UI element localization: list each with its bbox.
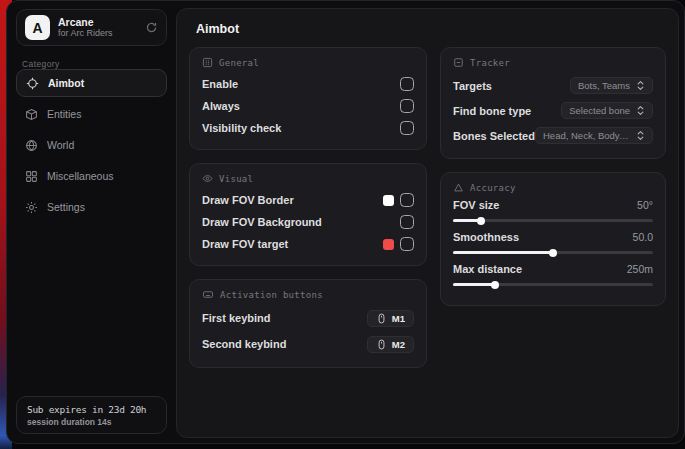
slider-thumb[interactable]: [491, 281, 499, 289]
triangle-icon: [453, 182, 464, 193]
max-distance-slider[interactable]: [453, 283, 653, 286]
crosshair-icon: [26, 77, 39, 90]
tracker-row-bone-type: Find bone type Selected bone: [453, 98, 653, 123]
globe-icon: [25, 139, 38, 152]
fov-border-color-swatch[interactable]: [383, 195, 394, 206]
targets-dropdown[interactable]: Bots, Teams: [570, 77, 653, 94]
app-identity: Arcane for Arc Riders: [58, 16, 137, 38]
keybind-row-first: First keybind M1: [202, 305, 414, 331]
sidebar-item-label: Aimbot: [48, 77, 84, 89]
option-label: Always: [202, 100, 240, 112]
caret-sort-icon: [636, 105, 645, 116]
visibility-check-checkbox[interactable]: [400, 121, 414, 135]
tracker-card-header: Tracker: [453, 57, 653, 68]
caret-sort-icon: [636, 130, 645, 141]
subscription-card: Sub expires in 23d 20h session duration …: [16, 396, 167, 434]
card-title: Visual: [219, 174, 253, 184]
fov-border-checkbox[interactable]: [400, 193, 414, 207]
slider-value: 250m: [627, 263, 653, 275]
dropdown-value: Selected bone: [569, 105, 630, 116]
gear-icon: [25, 201, 38, 214]
slider-label: Smoothness: [453, 231, 519, 243]
keyboard-icon: [202, 289, 214, 300]
sidebar-item-label: World: [47, 139, 74, 151]
main-panel: Aimbot General: [176, 8, 679, 438]
sidebar-item-label: Settings: [47, 201, 85, 213]
dropdown-value: Head, Neck, Body, Fe...: [543, 130, 630, 141]
right-column: Tracker Targets Bots, Teams: [440, 47, 666, 306]
slider-group-max-distance: Max distance 250m: [453, 263, 653, 286]
content-columns: General Enable Always Visibility check: [177, 47, 678, 368]
card-title: Tracker: [470, 58, 510, 68]
grid-icon: [25, 170, 38, 183]
tracker-row-targets: Targets Bots, Teams: [453, 73, 653, 98]
option-row-visibility-check: Visibility check: [202, 117, 414, 139]
sidebar-item-miscellaneous[interactable]: Miscellaneous: [16, 162, 167, 190]
sidebar-item-entities[interactable]: Entities: [16, 100, 167, 128]
accuracy-card: Accuracy FOV size 50°: [440, 172, 666, 306]
slider-fill: [453, 219, 481, 222]
app-subtitle: for Arc Riders: [58, 28, 137, 38]
tracker-row-bones-selected: Bones Selected Head, Neck, Body, Fe...: [453, 123, 653, 148]
first-keybind-button[interactable]: M1: [367, 310, 414, 327]
general-card-header: General: [202, 57, 414, 68]
sidebar-item-settings[interactable]: Settings: [16, 193, 167, 221]
sidebar: A Arcane for Arc Riders Category: [7, 1, 176, 443]
app-window: A Arcane for Arc Riders Category: [6, 0, 685, 444]
keybind-label: First keybind: [202, 312, 270, 324]
activation-card: Activation buttons First keybind M1: [189, 279, 427, 368]
mouse-icon: [376, 339, 387, 350]
sidebar-item-aimbot[interactable]: Aimbot: [16, 69, 167, 97]
fov-target-color-swatch[interactable]: [383, 239, 394, 250]
option-row-fov-border: Draw FOV Border: [202, 189, 414, 211]
slider-fill: [453, 283, 495, 286]
slider-thumb[interactable]: [477, 217, 485, 225]
card-title: Accuracy: [470, 183, 516, 193]
dropdown-value: Bots, Teams: [578, 80, 630, 91]
visual-card: Visual Draw FOV Border Draw FOV Backgrou…: [189, 163, 427, 266]
sidebar-nav: Aimbot Entities Wo: [16, 69, 167, 221]
app-logo: A: [25, 15, 50, 40]
option-row-fov-target: Draw FOV target: [202, 233, 414, 255]
bones-selected-dropdown[interactable]: Head, Neck, Body, Fe...: [535, 127, 653, 144]
caret-sort-icon: [636, 80, 645, 91]
fov-background-checkbox[interactable]: [400, 215, 414, 229]
visual-card-header: Visual: [202, 173, 414, 184]
tracker-card: Tracker Targets Bots, Teams: [440, 47, 666, 159]
slider-label: Max distance: [453, 263, 522, 275]
fov-target-checkbox[interactable]: [400, 237, 414, 251]
option-label: Visibility check: [202, 122, 281, 134]
sidebar-item-world[interactable]: World: [16, 131, 167, 159]
slider-value: 50°: [637, 199, 653, 211]
fov-size-slider[interactable]: [453, 219, 653, 222]
keybind-value: M1: [392, 313, 405, 324]
category-label: Category: [22, 59, 176, 69]
card-title: General: [219, 58, 259, 68]
option-row-fov-background: Draw FOV Background: [202, 211, 414, 233]
smoothness-slider[interactable]: [453, 251, 653, 254]
slider-value: 50.0: [633, 231, 653, 243]
option-label: Enable: [202, 78, 238, 90]
dropdown-label: Find bone type: [453, 105, 531, 117]
find-bone-type-dropdown[interactable]: Selected bone: [561, 102, 653, 119]
page-title: Aimbot: [177, 9, 678, 47]
option-label: Draw FOV Border: [202, 194, 294, 206]
sidebar-item-label: Miscellaneous: [47, 170, 114, 182]
refresh-icon[interactable]: [145, 21, 158, 34]
second-keybind-button[interactable]: M2: [367, 336, 414, 353]
slider-fill: [453, 251, 553, 254]
mouse-icon: [376, 313, 387, 324]
slider-thumb[interactable]: [549, 249, 557, 257]
slider-group-smoothness: Smoothness 50.0: [453, 231, 653, 254]
enable-checkbox[interactable]: [400, 77, 414, 91]
entities-icon: [25, 108, 38, 121]
app-logo-card: A Arcane for Arc Riders: [16, 9, 167, 46]
keybind-value: M2: [392, 339, 405, 350]
left-column: General Enable Always Visibility check: [189, 47, 427, 368]
session-duration-text: session duration 14s: [27, 417, 156, 427]
eye-icon: [202, 173, 213, 184]
option-label: Draw FOV target: [202, 238, 288, 250]
option-label: Draw FOV Background: [202, 216, 322, 228]
keybind-label: Second keybind: [202, 338, 286, 350]
always-checkbox[interactable]: [400, 99, 414, 113]
